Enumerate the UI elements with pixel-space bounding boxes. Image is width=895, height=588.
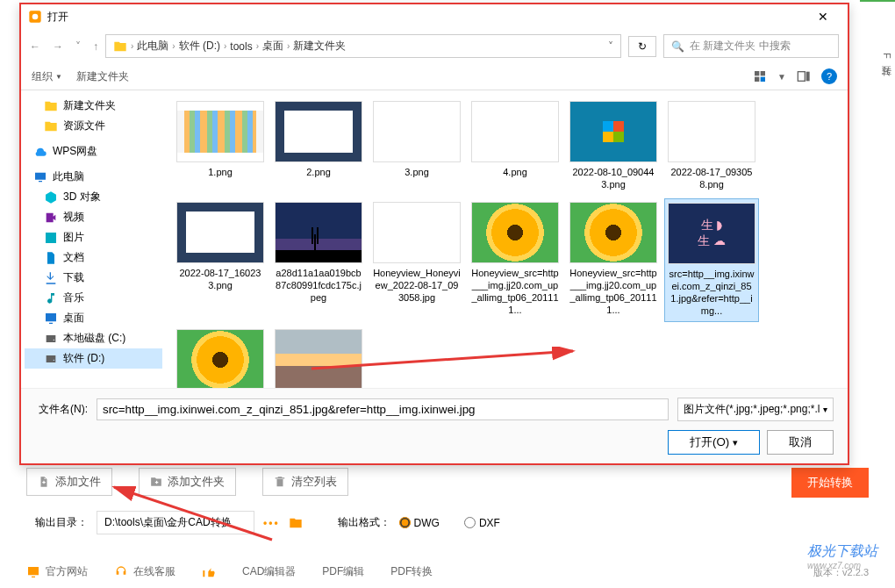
sidebar-item-此电脑[interactable]: 此电脑 <box>25 167 162 187</box>
breadcrumb[interactable]: › 此电脑› 软件 (D:)› tools› 桌面› 新建文件夹 ˅ <box>105 34 621 58</box>
close-button[interactable]: ✕ <box>806 10 841 24</box>
nav-forward-icon[interactable]: → <box>53 40 63 53</box>
file-item[interactable]: 3.png <box>369 97 464 195</box>
sidebar-item-桌面[interactable]: 桌面 <box>25 308 162 328</box>
help-icon[interactable]: ? <box>821 68 837 84</box>
file-item[interactable]: Honeyview_src=http___img.jj20.com_up_all… <box>468 198 562 322</box>
footer-pdf-edit[interactable]: PDF编辑 <box>322 564 364 579</box>
file-item[interactable]: 2022-08-10_090443.png <box>566 97 661 195</box>
file-item[interactable]: a28d11a1aa019bcb87c80991fcdc175c.jpeg <box>271 198 366 322</box>
file-item[interactable]: Honeyview_Honeyview_2022-08-17_093058.jp… <box>369 198 464 322</box>
svg-rect-5 <box>761 77 765 82</box>
format-dxf-radio[interactable]: DXF <box>464 517 500 529</box>
folder-icon <box>44 119 58 133</box>
cloud-icon <box>33 145 47 159</box>
organize-menu[interactable]: 组织 ▼ <box>32 69 62 84</box>
trash-icon <box>274 476 286 488</box>
sidebar-item-文档[interactable]: 文档 <box>25 247 162 268</box>
file-plus-icon <box>38 476 50 488</box>
sidebar-item-3D 对象[interactable]: 3D 对象 <box>25 187 162 207</box>
file-item[interactable]: 生 ◗生 ☁src=http__img.ixinwei.com_z_qinzi_… <box>664 198 759 322</box>
file-item[interactable]: src=http__img.jj20.com_up_allimg_tp06_20… <box>173 326 268 388</box>
footer-pdf-convert[interactable]: PDF转换 <box>390 564 433 579</box>
desktop-icon <box>44 312 58 326</box>
footer-cad-editor[interactable]: CAD编辑器 <box>242 564 296 579</box>
music-icon <box>44 291 58 305</box>
filetype-select[interactable]: 图片文件(*.jpg;*.jpeg;*.png;*.l ▾ <box>677 398 834 421</box>
file-item[interactable]: 2022-08-17_093058.png <box>664 97 759 195</box>
file-list-area[interactable]: 1.png2.png3.png4.png2022-08-10_090443.pn… <box>166 90 848 388</box>
file-open-dialog: 打开 ✕ ← → ˅ ↑ › 此电脑› 软件 (D:)› tools› 桌面› … <box>19 3 849 465</box>
sidebar-item-视频[interactable]: 视频 <box>25 207 162 227</box>
bc-folder[interactable]: 新建文件夹 <box>293 39 346 54</box>
dialog-toolbar: 组织 ▼ 新建文件夹 ▼ ? <box>21 63 848 90</box>
add-folder-button[interactable]: 添加文件夹 <box>139 468 236 496</box>
svg-rect-3 <box>761 71 765 75</box>
search-input[interactable]: 🔍 在 新建文件夹 中搜索 <box>663 34 839 58</box>
breadcrumb-dropdown-icon[interactable]: ˅ <box>608 40 613 53</box>
format-dwg-radio[interactable]: DWG <box>399 517 440 529</box>
output-dir-label: 输出目录： <box>35 515 88 530</box>
sidebar-item-音乐[interactable]: 音乐 <box>25 288 162 308</box>
disk-icon <box>44 352 58 366</box>
new-folder-menu[interactable]: 新建文件夹 <box>76 69 129 84</box>
file-thumbnail <box>176 329 264 388</box>
video-icon <box>44 211 58 225</box>
bc-desktop[interactable]: 桌面 <box>262 39 283 54</box>
sidebar-item-本地磁盘 (C:)[interactable]: 本地磁盘 (C:) <box>25 328 162 348</box>
file-name-label: Honeyview_Honeyview_2022-08-17_093058.jp… <box>373 267 461 305</box>
start-convert-button[interactable]: 开始转换 <box>791 468 869 498</box>
sidebar-item-新建文件夹[interactable]: 新建文件夹 <box>25 96 162 116</box>
sidebar-item-资源文件[interactable]: 资源文件 <box>25 116 162 136</box>
nav-back-icon[interactable]: ← <box>30 40 40 53</box>
file-item[interactable]: 4.png <box>468 97 562 195</box>
right-side-text: F互转 <box>880 53 893 59</box>
file-name-label: Honeyview_src=http___img.jj20.com_up_all… <box>569 267 657 317</box>
bc-pc[interactable]: 此电脑 <box>137 39 168 54</box>
folder-plus-icon <box>150 476 162 488</box>
view-mode-icon[interactable] <box>753 69 767 83</box>
file-item[interactable]: src=http__img1.doubanio.com_view_note_l_… <box>271 326 366 388</box>
footer-website[interactable]: 官方网站 <box>26 564 88 579</box>
preview-pane-icon[interactable] <box>797 69 811 83</box>
file-name-label: 2022-08-17_160233.png <box>176 267 264 292</box>
cancel-button[interactable]: 取消 <box>767 430 834 455</box>
file-name-label: 2.png <box>306 166 331 178</box>
sidebar-item-软件 (D:)[interactable]: 软件 (D:) <box>25 348 162 369</box>
bc-tools[interactable]: tools <box>230 40 252 53</box>
file-item[interactable]: 2022-08-17_160233.png <box>173 198 268 322</box>
file-thumbnail <box>569 202 657 263</box>
svg-rect-6 <box>798 72 805 82</box>
file-name-label: 3.png <box>405 166 429 178</box>
file-name-label: 2022-08-10_090443.png <box>569 166 657 191</box>
file-thumbnail <box>176 202 264 263</box>
sidebar-item-下载[interactable]: 下载 <box>25 268 162 288</box>
output-format-label: 输出格式： <box>338 515 390 530</box>
file-name-label: 2022-08-17_093058.png <box>668 166 755 191</box>
bc-drive[interactable]: 软件 (D:) <box>179 39 220 54</box>
filename-input[interactable] <box>97 398 669 420</box>
sidebar-item-图片[interactable]: 图片 <box>25 227 162 247</box>
sidebar-item-WPS网盘[interactable]: WPS网盘 <box>25 141 162 161</box>
open-folder-icon[interactable] <box>289 516 303 530</box>
file-item[interactable]: Honeyview_src=http___img.jj20.com_up_all… <box>566 198 661 322</box>
sidebar: 新建文件夹资源文件WPS网盘此电脑3D 对象视频图片文档下载音乐桌面本地磁盘 (… <box>21 90 166 388</box>
clear-list-button[interactable]: 清空列表 <box>262 468 348 496</box>
pc-icon <box>33 170 47 184</box>
search-icon: 🔍 <box>671 40 684 53</box>
footer-recommend[interactable] <box>202 565 216 579</box>
more-dots-icon[interactable]: ••• <box>263 517 280 529</box>
clear-list-label: 清空列表 <box>291 474 337 490</box>
nav-up-icon[interactable]: ↑ <box>93 40 98 53</box>
file-item[interactable]: 2.png <box>271 97 366 195</box>
file-item[interactable]: 1.png <box>173 97 268 195</box>
open-button[interactable]: 打开(O) ▾ <box>668 430 760 455</box>
nav-recent-icon[interactable]: ˅ <box>75 40 81 53</box>
footer-service[interactable]: 在线客服 <box>114 564 175 579</box>
refresh-button[interactable]: ↻ <box>628 36 656 57</box>
svg-rect-7 <box>806 72 810 82</box>
output-path-field[interactable]: D:\tools\桌面\金舟CAD转换 <box>97 511 254 534</box>
add-file-button[interactable]: 添加文件 <box>26 468 112 496</box>
dialog-footer: 文件名(N): 图片文件(*.jpg;*.jpeg;*.png;*.l ▾ 打开… <box>21 388 848 463</box>
add-file-label: 添加文件 <box>55 474 101 490</box>
